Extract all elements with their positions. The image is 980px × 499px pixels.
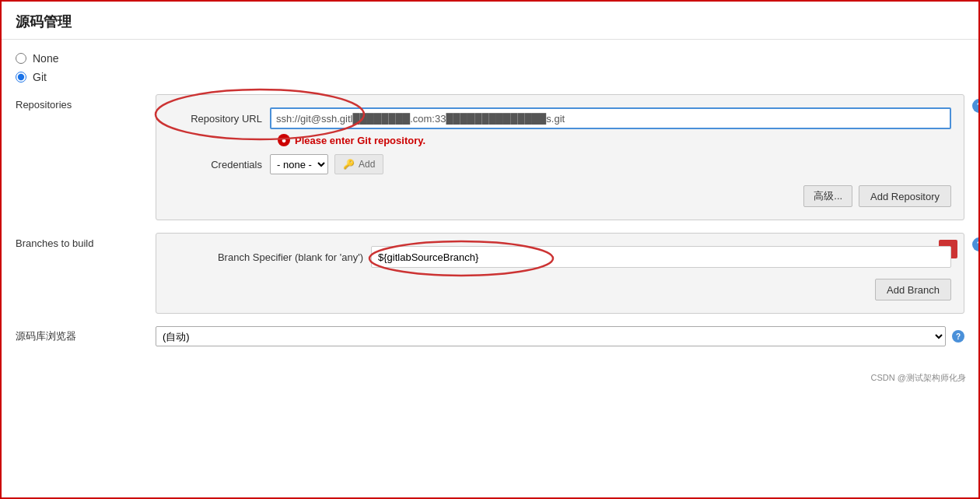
repo-actions: 高级... Add Repository [169,185,951,207]
repositories-section: Repositories Repository URL ● Please ent… [16,94,964,220]
branches-content: x Branch Specifier (blank for 'any') [156,233,964,314]
branch-specifier-input[interactable] [371,246,951,268]
credentials-label: Credentials [169,159,270,170]
radio-none-label: None [33,52,58,65]
branch-help-icon[interactable]: ? [972,237,980,251]
advanced-button[interactable]: 高级... [803,185,852,207]
credentials-select[interactable]: - none - [270,154,328,174]
branch-actions: Add Branch [169,279,951,300]
radio-git-input[interactable] [16,72,26,83]
error-row: ● Please enter Git repository. [278,134,951,146]
key-icon: 🔑 [343,159,355,170]
repo-panel: Repository URL ● Please enter Git reposi… [156,94,964,220]
branch-specifier-row: Branch Specifier (blank for 'any') [169,246,951,268]
branches-panel-wrapper: x Branch Specifier (blank for 'any') [156,233,964,314]
source-browser-help-icon[interactable]: ? [952,330,964,343]
scm-radio-group: None Git [16,52,964,83]
footer-bar: CSDN @测试架构师化身 [871,372,966,384]
branches-panel: x Branch Specifier (blank for 'any') [156,233,964,314]
branch-specifier-label: Branch Specifier (blank for 'any') [169,251,371,263]
radio-none-input[interactable] [16,53,26,64]
page-title: 源码管理 [2,2,978,40]
add-branch-button[interactable]: Add Branch [875,279,951,300]
error-icon: ● [278,134,290,146]
source-browser-select[interactable]: (自动) [156,326,946,346]
repositories-content: Repository URL ● Please enter Git reposi… [156,94,964,220]
repo-url-input[interactable] [270,107,951,129]
repo-url-label: Repository URL [169,113,270,125]
credentials-row: Credentials - none - 🔑 Add [169,154,951,174]
repo-url-row: Repository URL [169,107,951,129]
error-text: Please enter Git repository. [295,135,425,146]
repositories-label: Repositories [16,94,156,111]
add-cred-label: Add [359,159,375,170]
source-browser-row: 源码库浏览器 (自动) ? [16,326,964,346]
radio-none[interactable]: None [16,52,964,65]
radio-git-label: Git [33,71,47,83]
add-repository-button[interactable]: Add Repository [859,185,951,207]
source-browser-label: 源码库浏览器 [16,329,156,343]
branches-label: Branches to build [16,233,156,249]
add-credentials-button[interactable]: 🔑 Add [334,154,383,174]
repo-help-icon[interactable]: ? [972,99,980,113]
repo-panel-wrapper: Repository URL ● Please enter Git reposi… [156,94,964,220]
page-wrapper: 源码管理 None Git Repositories Reposi [2,2,978,390]
footer-attribution: CSDN @测试架构师化身 [871,372,966,384]
radio-git[interactable]: Git [16,71,964,83]
branches-section: Branches to build x Branch Specifier (bl… [16,233,964,314]
